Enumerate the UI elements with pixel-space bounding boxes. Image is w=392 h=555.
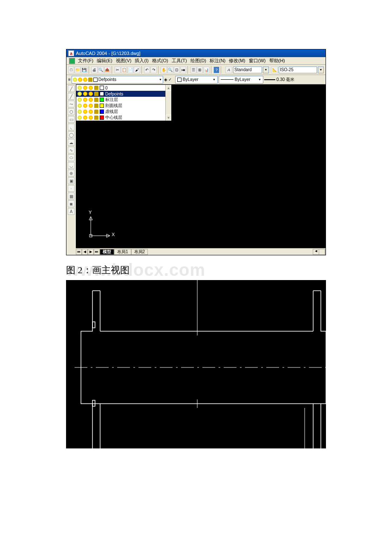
draw-toolbar: ╱ ╱ ⤳ ⬡ ▭ ◟ ◯ ☁ ∿ ⬭ ◡ ⊕ ▣ · ▦ ◙ A <box>66 84 76 255</box>
color-combo[interactable]: ByLayer ▼ <box>175 76 218 84</box>
help-button[interactable]: ? <box>213 66 219 73</box>
arc-tool[interactable]: ◟ <box>68 124 75 130</box>
doc-icon <box>69 58 75 64</box>
ellipse-tool[interactable]: ⬭ <box>68 154 75 161</box>
props-button[interactable]: ☰ <box>190 66 196 73</box>
open-button[interactable]: 📁 <box>75 66 81 73</box>
scrollbar[interactable]: ▲ ▼ <box>165 85 171 121</box>
revcloud-tool[interactable]: ☁ <box>68 139 75 146</box>
dc-button[interactable]: ⊞ <box>197 66 203 73</box>
new-button[interactable]: □ <box>68 66 74 73</box>
layer-item-dim[interactable]: 标注层 <box>76 97 171 103</box>
menubar: 文件(F) 编辑(E) 视图(V) 插入(I) 格式(O) 工具(T) 绘图(D… <box>66 57 326 65</box>
spline-tool[interactable]: ∿ <box>68 147 75 153</box>
menu-modify[interactable]: 修改(M) <box>229 58 245 64</box>
paste-button[interactable]: 📄 <box>127 66 133 73</box>
dropdown-icon[interactable]: ▼ <box>258 78 261 81</box>
layer-manager-button[interactable]: ≡ <box>68 77 71 82</box>
menu-edit[interactable]: 编辑(E) <box>97 58 112 64</box>
linetype-combo[interactable]: ByLayer ▼ <box>219 76 263 84</box>
lineweight-combo[interactable]: 0.30 毫米 <box>264 77 294 83</box>
text-style-combo[interactable]: A ▼ <box>225 66 269 73</box>
dropdown-icon[interactable]: ▼ <box>159 78 162 81</box>
block-tool[interactable]: ▣ <box>68 177 75 184</box>
color-swatch <box>100 86 104 90</box>
menu-help[interactable]: 帮助(H) <box>269 58 285 64</box>
menu-file[interactable]: 文件(F) <box>78 58 93 64</box>
dropdown-icon[interactable]: ▼ <box>213 78 216 81</box>
insert-tool[interactable]: ⊕ <box>68 170 75 176</box>
tab-layout2[interactable]: 布局2 <box>131 249 148 255</box>
tab-layout1[interactable]: 布局1 <box>114 249 131 255</box>
line-tool[interactable]: ╱ <box>68 85 75 92</box>
hscroll[interactable]: ◀ <box>313 249 326 255</box>
ucs-x-label: X <box>112 232 115 237</box>
tab-last[interactable]: ⏭ <box>94 249 100 255</box>
layer-item-hidden[interactable]: 虚线层 <box>76 109 171 115</box>
zoom-rt-button[interactable]: 🔍 <box>167 66 173 73</box>
bulb-icon <box>78 92 82 96</box>
xline-tool[interactable]: ╱ <box>68 93 75 100</box>
pan-button[interactable]: ✋ <box>161 66 167 73</box>
lineweight-preview <box>264 79 275 80</box>
layer-item-center[interactable]: 中心线层 <box>76 115 171 121</box>
dropdown-icon[interactable]: ▼ <box>318 66 324 73</box>
sun-icon <box>83 116 87 120</box>
dim-style-input[interactable] <box>279 66 317 73</box>
text-tool[interactable]: A <box>68 208 75 215</box>
print-button[interactable]: 🖨 <box>91 66 97 73</box>
point-tool[interactable]: · <box>68 185 75 192</box>
titlebar: a AutoCAD 2004 - [G:\1203.dwg] <box>66 49 326 57</box>
circle-tool[interactable]: ◯ <box>68 131 75 138</box>
polygon-tool[interactable]: ⬡ <box>68 108 75 115</box>
menu-format[interactable]: 格式(O) <box>152 58 168 64</box>
hatch-tool[interactable]: ▦ <box>68 193 75 199</box>
lock-icon <box>94 104 98 108</box>
pline-tool[interactable]: ⤳ <box>68 101 75 107</box>
layer-combo[interactable]: Defpoints ▼ <box>72 76 163 84</box>
scroll-up[interactable]: ▲ <box>166 85 171 91</box>
figure-caption: www.bdocx.com 图 2：画主视图 <box>66 264 392 277</box>
copy-button[interactable]: 📋 <box>121 66 127 73</box>
menu-tools[interactable]: 工具(T) <box>172 58 187 64</box>
color-swatch <box>93 78 98 82</box>
tab-next[interactable]: ▶ <box>88 249 94 255</box>
layer-prev-button[interactable]: ◈ <box>164 77 167 82</box>
rect-tool[interactable]: ▭ <box>68 116 75 123</box>
layer-item-defpoints[interactable]: Defpoints <box>76 91 171 97</box>
menu-window[interactable]: 窗口(W) <box>249 58 266 64</box>
cut-button[interactable]: ✂ <box>115 66 121 73</box>
dropdown-icon[interactable]: ▼ <box>263 66 269 73</box>
preview-button[interactable]: 🔍 <box>98 66 104 73</box>
layer-dropdown-list[interactable]: 0 Defpoints 标注层 <box>76 84 172 121</box>
undo-button[interactable]: ↶ <box>144 66 150 73</box>
menu-draw[interactable]: 绘图(D) <box>190 58 206 64</box>
text-style-input[interactable] <box>233 66 262 73</box>
scroll-down[interactable]: ▼ <box>166 115 171 121</box>
lock-icon <box>94 92 98 96</box>
zoom-win-button[interactable]: ⊡ <box>174 66 180 73</box>
drawing-canvas[interactable]: 0 Defpoints 标注层 <box>76 84 326 255</box>
standard-toolbar: □ 📁 💾 🖨 🔍 📤 ✂ 📋 📄 🖌 ↶ ↷ ✋ 🔍 ⊡ ⏮ ☰ ⊞ 📊 ? … <box>66 65 326 75</box>
zoom-prev-button[interactable]: ⏮ <box>180 66 186 73</box>
layer-item-0[interactable]: 0 <box>76 85 171 91</box>
ellipsearc-tool[interactable]: ◡ <box>68 162 75 169</box>
menu-view[interactable]: 视图(V) <box>116 58 132 64</box>
work-area: ╱ ╱ ⤳ ⬡ ▭ ◟ ◯ ☁ ∿ ⬭ ◡ ⊕ ▣ · ▦ ◙ A <box>66 84 326 255</box>
layer-state-button[interactable]: ✓ <box>168 77 172 82</box>
tp-button[interactable]: 📊 <box>203 66 209 73</box>
tab-prev[interactable]: ◀ <box>82 249 88 255</box>
layer-item-section[interactable]: 剖面线层 <box>76 103 171 109</box>
redo-button[interactable]: ↷ <box>150 66 156 73</box>
color-name: ByLayer <box>183 77 199 82</box>
tab-model[interactable]: 模型 <box>100 249 114 255</box>
menu-insert[interactable]: 插入(I) <box>135 58 148 64</box>
matchprop-button[interactable]: 🖌 <box>134 66 140 73</box>
dim-style-combo[interactable]: 📐 ▼ <box>271 66 324 73</box>
region-tool[interactable]: ◙ <box>68 200 75 207</box>
tab-first[interactable]: ⏮ <box>76 249 82 255</box>
publish-button[interactable]: 📤 <box>104 66 110 73</box>
separator <box>89 66 90 74</box>
save-button[interactable]: 💾 <box>81 66 87 73</box>
menu-dim[interactable]: 标注(N) <box>210 58 225 64</box>
